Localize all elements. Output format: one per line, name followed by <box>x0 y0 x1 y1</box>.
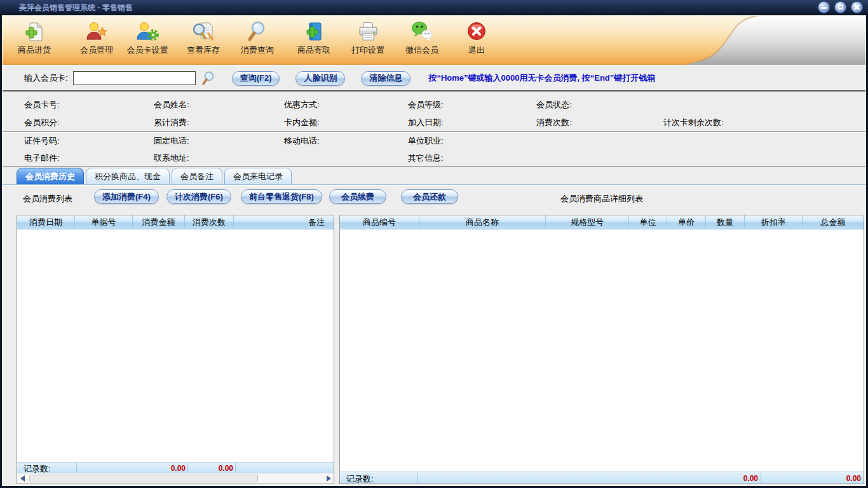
member-card-search-bar: 输入会员卡: 查询(F2) 人脸识别 清除信息 按“Home”键或输入0000用… <box>3 66 865 92</box>
minimize-button[interactable] <box>818 1 830 13</box>
exit-icon <box>466 21 487 43</box>
retail-refund-button[interactable]: 前台零售退货(F8) <box>241 189 322 204</box>
toolbar-item-label: 查看库存 <box>187 44 220 56</box>
total-spent-label: 累计消费: <box>154 117 189 128</box>
card-input-label: 输入会员卡: <box>24 72 68 84</box>
col-unit-price[interactable]: 单价 <box>667 215 706 229</box>
member-status-label: 会员状态: <box>536 99 572 111</box>
member-points-label: 会员积分: <box>24 117 60 128</box>
consumption-table-footer: 记录数: 0.00 0.00 <box>17 462 334 473</box>
magnifier-icon <box>247 21 268 43</box>
col-goods-name[interactable]: 商品名称 <box>419 215 546 229</box>
tab-call-records[interactable]: 会员来电记录 <box>224 168 292 184</box>
col-unit[interactable]: 单位 <box>629 215 667 229</box>
close-button[interactable] <box>851 1 863 13</box>
join-date-label: 加入日期: <box>408 117 444 128</box>
col-discount[interactable]: 折扣率 <box>745 215 803 229</box>
scrollbar-thumb[interactable] <box>29 475 258 482</box>
member-card-input[interactable] <box>73 71 196 85</box>
record-amount-value: 0.00 <box>119 464 186 473</box>
scroll-right-arrow[interactable] <box>323 473 334 484</box>
address-label: 联系地址: <box>154 152 189 164</box>
toolbar-item-print-settings[interactable]: 打印设置 <box>339 21 397 56</box>
face-recognition-button[interactable]: 人脸识别 <box>295 71 345 86</box>
toolbar-item-label: 微信会员 <box>405 44 438 56</box>
main-panel: 会员消费列表 添加消费(F4) 计次消费(F6) 前台零售退货(F8) 会员续费… <box>3 185 865 485</box>
printer-icon <box>357 21 379 43</box>
col-goods-no[interactable]: 商品编号 <box>340 215 419 229</box>
email-label: 电子邮件: <box>24 152 60 164</box>
scroll-left-arrow[interactable] <box>17 473 27 484</box>
other-info-label: 其它信息: <box>408 152 444 164</box>
query-button[interactable]: 查询(F2) <box>232 71 280 86</box>
toolbar: 商品进货 会员管理 会员卡设置 <box>3 16 865 65</box>
col-consume-date[interactable]: 消费日期 <box>17 215 75 229</box>
consumption-table-body[interactable] <box>17 229 334 462</box>
toolbar-item-goods-purchase[interactable]: 商品进货 <box>5 21 64 56</box>
tab-bar: 会员消费历史 积分换商品、现金 会员备注 会员来电记录 <box>3 167 865 185</box>
record-total-value: 0.00 <box>804 474 861 483</box>
window-title: 美萍会员销售管理系统 - 零售销售 <box>19 3 133 13</box>
book-plus-icon <box>303 21 325 43</box>
consumption-table: 消费日期 单据号 消费金额 消费次数 备注 记录数: 0.00 0.00 <box>17 215 334 484</box>
card-balance-label: 卡内金额: <box>284 117 320 128</box>
toolbar-item-label: 商品进货 <box>18 44 51 56</box>
count-consumption-button[interactable]: 计次消费(F6) <box>166 189 231 204</box>
col-total[interactable]: 总金额 <box>803 215 864 229</box>
horizontal-scrollbar[interactable] <box>17 473 334 484</box>
divider <box>761 473 761 483</box>
tab-member-notes[interactable]: 会员备注 <box>172 168 222 184</box>
detail-table-header: 商品编号 商品名称 规格型号 单位 单价 数量 折扣率 总金额 <box>340 215 864 229</box>
window-controls <box>818 1 863 13</box>
toolbar-item-card-settings[interactable]: 会员卡设置 <box>118 21 177 56</box>
minimize-icon <box>821 7 827 9</box>
toolbar-item-exit[interactable]: 退出 <box>447 21 506 56</box>
toolbar-item-consume-query[interactable]: 消费查询 <box>228 21 287 56</box>
member-name-label: 会员姓名: <box>154 99 189 111</box>
toolbar-item-view-inventory[interactable]: 查看库存 <box>174 21 233 56</box>
add-consumption-button[interactable]: 添加消费(F4) <box>94 189 159 204</box>
toolbar-item-member-manage[interactable]: 会员管理 <box>67 21 126 56</box>
detail-table: 商品编号 商品名称 规格型号 单位 单价 数量 折扣率 总金额 记录数: 0.0… <box>339 215 864 484</box>
toolbar-item-goods-deposit[interactable]: 商品寄取 <box>285 21 343 56</box>
col-receipt-no[interactable]: 单据号 <box>75 215 133 229</box>
member-info-panel: 会员卡号: 会员姓名: 优惠方式: 会员等级: 会员状态: 会员积分: 累计消费… <box>3 93 865 166</box>
mobile-label: 移动电话: <box>284 135 320 147</box>
app-window: 美萍会员销售管理系统 - 零售销售 <box>0 0 868 488</box>
title-bar: 美萍会员销售管理系统 - 零售销售 <box>0 0 868 15</box>
toolbar-item-label: 消费查询 <box>241 44 274 56</box>
clear-info-button[interactable]: 清除信息 <box>361 71 410 86</box>
occupation-label: 单位职业: <box>408 135 444 147</box>
col-consume-count[interactable]: 消费次数 <box>185 215 234 229</box>
detail-table-footer: 记录数: 0.00 0.00 <box>340 471 864 484</box>
toolbar-item-label: 会员卡设置 <box>127 44 168 56</box>
app-frame: 商品进货 会员管理 会员卡设置 <box>2 15 866 486</box>
maximize-icon <box>838 4 843 10</box>
toolbar-item-label: 会员管理 <box>80 44 113 56</box>
member-card-no-label: 会员卡号: <box>24 99 60 111</box>
hotkey-hint: 按“Home”键或输入0000用无卡会员消费, 按“End”键打开钱箱 <box>428 72 655 84</box>
member-level-label: 会员等级: <box>408 99 444 111</box>
times-left-label: 计次卡剩余次数: <box>663 117 724 128</box>
wechat-icon <box>411 21 433 43</box>
document-plus-icon <box>24 21 45 43</box>
col-remark[interactable]: 备注 <box>234 215 334 229</box>
toolbar-decoration <box>686 16 865 65</box>
divider <box>76 463 77 472</box>
member-gear-icon <box>136 21 159 43</box>
divider <box>3 166 865 166</box>
consumption-list-label: 会员消费列表 <box>23 193 72 205</box>
visit-count-label: 消费次数: <box>536 117 572 128</box>
toolbar-item-label: 退出 <box>468 44 485 56</box>
discount-mode-label: 优惠方式: <box>284 99 320 111</box>
tab-consumption-history[interactable]: 会员消费历史 <box>17 168 84 184</box>
toolbar-item-wechat-member[interactable]: 微信会员 <box>393 21 451 56</box>
maximize-button[interactable] <box>834 1 846 13</box>
col-spec-model[interactable]: 规格型号 <box>546 215 629 229</box>
detail-table-body[interactable] <box>340 229 864 471</box>
col-quantity[interactable]: 数量 <box>706 215 745 229</box>
tab-points-exchange[interactable]: 积分换商品、现金 <box>86 168 170 184</box>
col-consume-amount[interactable]: 消费金额 <box>133 215 185 229</box>
magnifier-icon <box>201 71 216 86</box>
consumption-table-header: 消费日期 单据号 消费金额 消费次数 备注 <box>17 215 334 229</box>
